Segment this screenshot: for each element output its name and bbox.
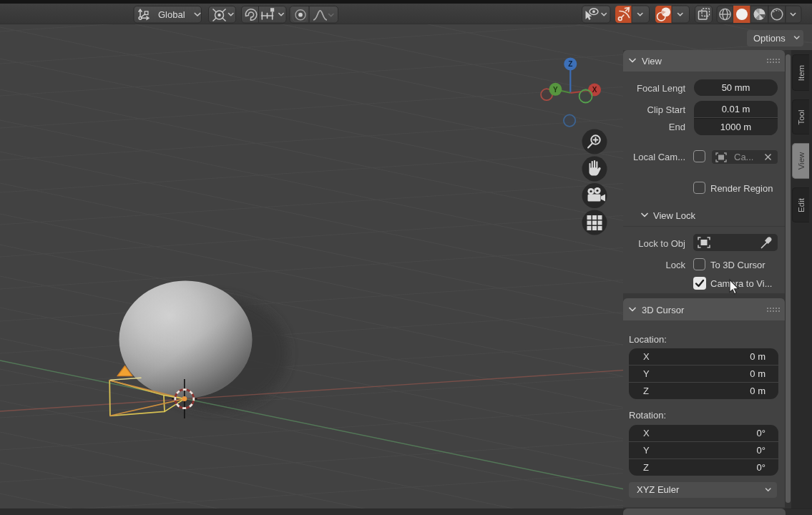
- svg-text:X: X: [592, 86, 597, 94]
- svg-text:Global: Global: [158, 9, 185, 20]
- svg-text:Z: Z: [568, 60, 572, 68]
- svg-text:Y: Y: [553, 86, 558, 94]
